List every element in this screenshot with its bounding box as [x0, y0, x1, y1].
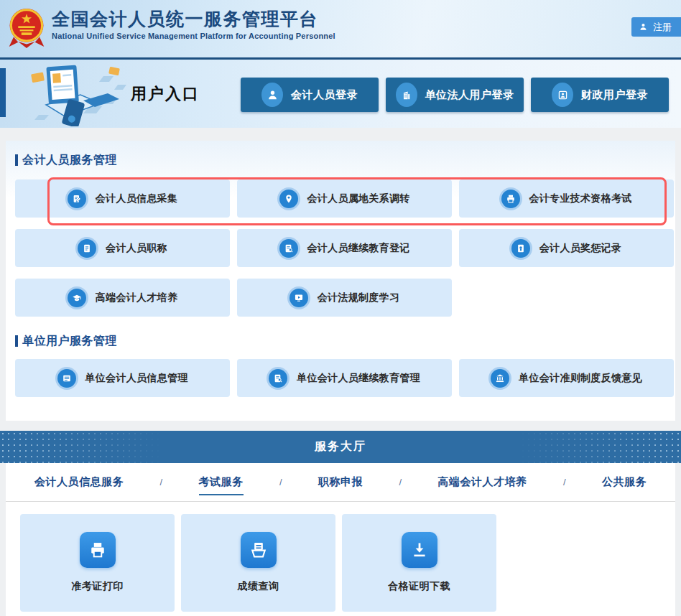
document-icon [78, 239, 96, 258]
service-tile-label: 合格证明下载 [388, 580, 450, 593]
service-card[interactable]: 单位会计人员继续教育管理 [237, 359, 452, 397]
tab-separator: / [279, 477, 282, 487]
printer2-icon [88, 540, 108, 560]
monitor-play-icon [289, 289, 308, 307]
tab-3[interactable]: 职称申报 [318, 475, 363, 489]
page-subtitle: National Unified Service Management Plat… [52, 32, 335, 40]
person-icon [639, 22, 648, 32]
login-button-3[interactable]: 财政用户登录 [531, 78, 669, 112]
service-hall-tabs: 会计人员信息服务/考试服务/职称申报/高端会计人才培养/公共服务 [6, 463, 675, 502]
service-card-label: 会计人员信息采集 [96, 192, 177, 205]
badge-person-icon [557, 89, 569, 101]
download-icon [409, 540, 430, 560]
building-feedback-icon [494, 373, 506, 384]
tab-4[interactable]: 高端会计人才培养 [438, 475, 527, 489]
service-card-label: 单位会计准则制度反馈意见 [519, 372, 642, 385]
tab-separator: / [399, 477, 402, 487]
edit-doc-icon [71, 193, 83, 205]
brand-block: 全国会计人员统一服务管理平台 National Unified Service … [52, 8, 335, 40]
login-button-1[interactable]: 会计人员登录 [241, 78, 379, 112]
section-title-unit: 单位用户服务管理 [15, 333, 675, 349]
doc-badge-icon [515, 243, 527, 254]
service-hall-title: 服务大厅 [315, 439, 366, 454]
service-card-label: 会计人员继续教育登记 [307, 242, 410, 255]
building-icon [396, 83, 417, 107]
service-card[interactable]: 会计人员继续教育登记 [237, 229, 452, 267]
service-card-label: 会计专业技术资格考试 [529, 192, 632, 205]
service-card-label: 单位会计人员信息管理 [85, 372, 188, 385]
printer-icon [505, 193, 516, 205]
user-entry-band: 用户入口 会计人员登录单位法人用户登录财政用户登录 [0, 60, 681, 128]
register-button[interactable]: 注册 [631, 17, 681, 37]
location-pin-icon [283, 193, 295, 205]
service-card-label: 高端会计人才培养 [96, 291, 177, 304]
tab-2[interactable]: 考试服务 [199, 475, 244, 489]
graduation-cap-icon [71, 292, 83, 304]
scan-doc-icon [249, 540, 269, 560]
service-tile-label: 成绩查询 [238, 580, 279, 593]
login-button-2[interactable]: 单位法人用户登录 [386, 78, 524, 112]
national-emblem-icon [7, 6, 46, 50]
badge-person-icon [552, 83, 573, 107]
service-card[interactable]: 会计法规制度学习 [237, 279, 452, 317]
login-button-label: 会计人员登录 [291, 88, 358, 102]
edit-doc-icon [68, 190, 86, 208]
service-card[interactable]: 会计人员属地关系调转 [237, 179, 452, 218]
id-card-icon [61, 373, 73, 384]
user-entry-illustration [19, 62, 130, 126]
service-card[interactable]: 会计人员职称 [15, 229, 230, 267]
doc-search-icon [283, 243, 295, 254]
service-cards-personnel: 会计人员信息采集会计人员属地关系调转会计专业技术资格考试会计人员职称会计人员继续… [15, 179, 674, 317]
service-hall-tiles: 准考证打印成绩查询合格证明下载 [20, 514, 675, 612]
tab-5[interactable]: 公共服务 [602, 475, 647, 489]
service-card[interactable]: 会计专业技术资格考试 [459, 179, 674, 218]
person-icon [261, 83, 283, 107]
service-card-label: 会计人员奖惩记录 [539, 242, 621, 255]
service-card[interactable]: 高端会计人才培养 [15, 279, 230, 317]
service-tile-label: 准考证打印 [71, 580, 124, 593]
doc-badge-icon [511, 239, 530, 258]
service-card[interactable]: 单位会计人员信息管理 [15, 359, 230, 397]
document-icon [81, 243, 93, 254]
graduation-cap-icon [68, 289, 86, 307]
doc-search-icon [269, 369, 287, 388]
printer-icon [501, 190, 520, 208]
tab-1[interactable]: 会计人员信息服务 [34, 475, 124, 489]
scan-doc-icon [241, 532, 277, 568]
service-card[interactable]: 会计人员奖惩记录 [459, 229, 674, 267]
page-header: 全国会计人员统一服务管理平台 National Unified Service … [0, 0, 681, 57]
service-card-label: 会计人员职称 [106, 242, 167, 255]
tab-separator: / [159, 477, 162, 487]
printer2-icon [80, 532, 116, 568]
download-icon [402, 532, 437, 568]
service-card[interactable]: 单位会计准则制度反馈意见 [459, 359, 674, 397]
service-card-label: 单位会计人员继续教育管理 [297, 372, 420, 385]
service-hall-panel: 会计人员信息服务/考试服务/职称申报/高端会计人才培养/公共服务 准考证打印成绩… [6, 463, 675, 616]
id-card-icon [57, 369, 76, 388]
doc-search-icon [272, 373, 284, 384]
service-card-label: 会计法规制度学习 [318, 291, 399, 304]
service-cards-unit: 单位会计人员信息管理单位会计人员继续教育管理单位会计准则制度反馈意见 [15, 359, 674, 397]
service-tile[interactable]: 成绩查询 [181, 514, 335, 612]
login-button-label: 单位法人用户登录 [425, 88, 514, 102]
band-accent-strip [0, 68, 6, 117]
main-panel: 会计人员服务管理 会计人员信息采集会计人员属地关系调转会计专业技术资格考试会计人… [6, 141, 675, 421]
section-title-personnel: 会计人员服务管理 [15, 152, 675, 168]
service-hall-banner: 服务大厅 [0, 431, 681, 463]
person-icon [267, 89, 279, 101]
register-label: 注册 [653, 21, 672, 34]
monitor-play-icon [293, 292, 305, 304]
building-icon [400, 89, 412, 101]
user-entry-title: 用户入口 [131, 60, 200, 128]
doc-search-icon [279, 239, 298, 258]
service-tile[interactable]: 合格证明下载 [342, 514, 496, 612]
location-pin-icon [279, 190, 298, 208]
login-button-label: 财政用户登录 [581, 88, 648, 102]
service-card-label: 会计人员属地关系调转 [307, 192, 410, 205]
tab-separator: / [563, 477, 566, 487]
page-title: 全国会计人员统一服务管理平台 [52, 8, 335, 29]
service-card[interactable]: 会计人员信息采集 [15, 179, 230, 218]
building-feedback-icon [491, 369, 509, 388]
service-tile[interactable]: 准考证打印 [20, 514, 175, 612]
